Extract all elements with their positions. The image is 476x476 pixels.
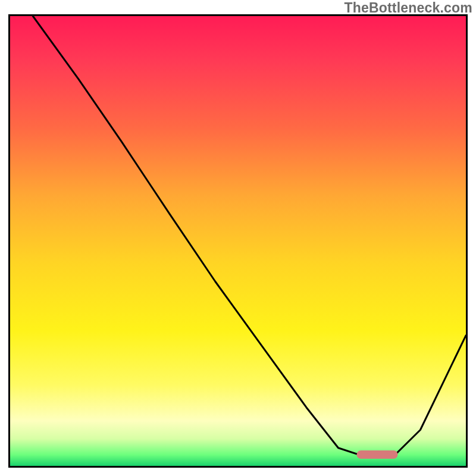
chart-container: TheBottleneck.com xyxy=(0,0,476,476)
chart-plot-box xyxy=(8,14,468,468)
chart-background-gradient xyxy=(10,16,466,466)
chart-plot-area xyxy=(10,16,466,466)
chart-svg xyxy=(10,16,466,466)
target-marker xyxy=(356,450,397,459)
watermark-text: TheBottleneck.com xyxy=(344,0,472,16)
